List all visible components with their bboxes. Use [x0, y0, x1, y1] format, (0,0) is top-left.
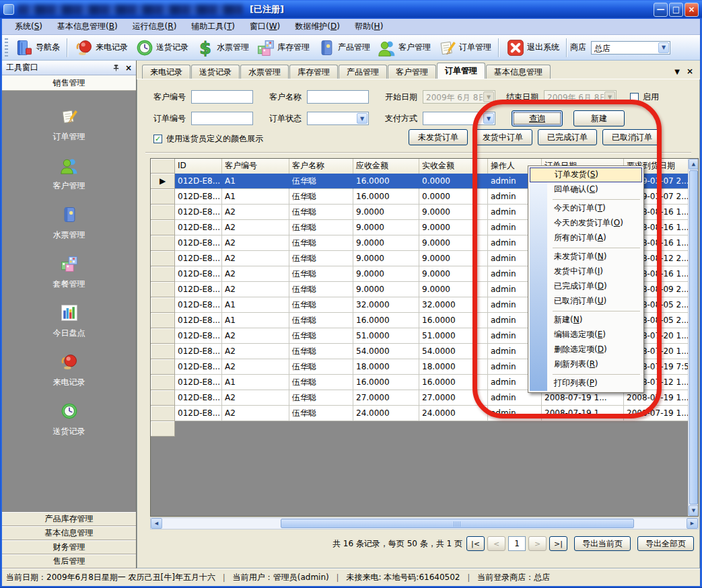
- context-menu-item-3[interactable]: 今天的订单(T): [530, 201, 642, 216]
- order-no-input[interactable]: [191, 112, 253, 125]
- order-status-filter-button-2[interactable]: 已完成订单: [538, 129, 597, 145]
- row-selector-cell[interactable]: [151, 235, 175, 251]
- chevron-down-icon[interactable]: ▼: [483, 113, 494, 124]
- context-menu-item-14[interactable]: 删除选定项(D): [530, 342, 642, 357]
- sidebar-group-3[interactable]: 售后管理: [2, 554, 136, 568]
- row-selector-cell[interactable]: [151, 328, 175, 344]
- table-row[interactable]: 012D-E8...A2伍华聪24.000024.0000admin2008-0…: [151, 406, 698, 421]
- tab-6[interactable]: 订单管理: [437, 63, 485, 79]
- sidebar-item-0[interactable]: 订单管理: [53, 105, 85, 143]
- horizontal-scrollbar[interactable]: ◀ ▶: [150, 517, 699, 529]
- grid-column-header-0[interactable]: [151, 159, 175, 174]
- shop-combobox[interactable]: 总店 ▼: [591, 41, 670, 54]
- row-selector-cell[interactable]: ▶: [151, 174, 175, 189]
- sidebar-item-2[interactable]: 水票管理: [53, 203, 85, 241]
- tab-4[interactable]: 产品管理: [339, 65, 387, 79]
- toolbar-button-4[interactable]: $水票管理: [192, 36, 252, 59]
- tab-2[interactable]: 水票管理: [240, 65, 289, 79]
- horizontal-scrollbar-thumb[interactable]: [281, 519, 634, 528]
- menubar-item-6[interactable]: 帮助(H): [347, 19, 390, 34]
- color-display-checkbox[interactable]: ✓: [153, 135, 162, 143]
- context-menu-item-1[interactable]: 回单确认(C): [530, 182, 642, 197]
- pay-method-combobox[interactable]: ▼: [423, 112, 495, 125]
- tab-0[interactable]: 来电记录: [142, 65, 190, 79]
- menubar-item-0[interactable]: 系统(S): [7, 19, 50, 34]
- context-menu-item-12[interactable]: 新建(N): [530, 313, 642, 328]
- menubar-item-1[interactable]: 基本信息管理(B): [50, 19, 125, 34]
- row-selector-cell[interactable]: [151, 251, 175, 266]
- scroll-down-icon[interactable]: ▼: [689, 505, 699, 516]
- minimize-button[interactable]: —: [654, 3, 668, 17]
- customer-no-input[interactable]: [191, 90, 253, 104]
- tab-7[interactable]: 基本信息管理: [486, 65, 551, 79]
- scroll-left-icon[interactable]: ◀: [151, 518, 162, 529]
- row-selector-cell[interactable]: [151, 375, 175, 390]
- sidebar-active-group-header[interactable]: 销售管理: [2, 75, 136, 91]
- sidebar-group-0[interactable]: 产品库存管理: [2, 512, 136, 526]
- toolbar-button-10[interactable]: 退出系统: [502, 36, 563, 59]
- toolbar-button-3[interactable]: 送货记录: [131, 36, 192, 59]
- row-selector-cell[interactable]: [151, 297, 175, 313]
- customer-name-input[interactable]: [307, 90, 369, 104]
- pager-page-input[interactable]: 1: [508, 536, 526, 551]
- sidebar-item-6[interactable]: 送货记录: [53, 400, 85, 437]
- order-status-filter-button-1[interactable]: 发货中订单: [473, 129, 532, 145]
- row-selector-cell[interactable]: [151, 205, 175, 220]
- tab-list-dropdown-icon[interactable]: ▼: [674, 68, 680, 75]
- sidebar-group-2[interactable]: 财务管理: [2, 540, 136, 554]
- toolbar-button-5[interactable]: 库存管理: [252, 36, 313, 59]
- context-menu-item-15[interactable]: 刷新列表(R): [530, 357, 642, 372]
- context-menu-item-5[interactable]: 所有的订单(A): [530, 231, 642, 246]
- grid-column-header-1[interactable]: ID: [175, 159, 222, 174]
- menubar-item-4[interactable]: 窗口(W): [242, 19, 287, 34]
- scroll-up-icon[interactable]: ▲: [689, 159, 699, 170]
- chevron-down-icon[interactable]: ▼: [357, 113, 367, 124]
- sidebar-item-3[interactable]: 套餐管理: [53, 252, 85, 290]
- row-selector-cell[interactable]: [151, 266, 175, 282]
- new-button[interactable]: 新建: [573, 110, 625, 126]
- close-tab-icon[interactable]: ×: [687, 67, 693, 76]
- order-status-filter-button-0[interactable]: 未发货订单: [409, 129, 468, 145]
- row-selector-cell[interactable]: [151, 189, 175, 205]
- grid-column-header-5[interactable]: 实收金额: [419, 159, 488, 174]
- context-menu-item-9[interactable]: 已完成订单(D): [530, 279, 642, 294]
- vertical-scrollbar[interactable]: ▲ ▼: [688, 159, 698, 516]
- sidebar-item-4[interactable]: 今日盘点: [53, 301, 85, 339]
- menubar-item-5[interactable]: 数据维护(D): [287, 19, 347, 34]
- pager-last-button[interactable]: >|: [549, 536, 567, 551]
- query-button[interactable]: 查询: [512, 110, 563, 126]
- menubar-item-2[interactable]: 运行信息(R): [125, 19, 184, 34]
- tab-5[interactable]: 客户管理: [388, 65, 436, 79]
- row-selector-cell[interactable]: [151, 390, 175, 406]
- context-menu-item-17[interactable]: 打印列表(P): [530, 376, 642, 391]
- grid-column-header-4[interactable]: 应收金额: [353, 159, 419, 174]
- grid-column-header-2[interactable]: 客户编号: [222, 159, 289, 174]
- tab-3[interactable]: 库存管理: [289, 65, 338, 79]
- toolbar-button-0[interactable]: 导航条: [11, 36, 63, 59]
- sidebar-item-5[interactable]: 来电记录: [53, 351, 85, 388]
- context-menu-item-0[interactable]: 订单发货(S): [530, 168, 642, 182]
- context-menu-item-4[interactable]: 今天的发货订单(O): [530, 216, 642, 231]
- context-menu-item-7[interactable]: 未发货订单(N): [530, 250, 642, 264]
- tab-1[interactable]: 送货记录: [191, 65, 240, 79]
- scroll-right-icon[interactable]: ▶: [687, 518, 698, 529]
- sidebar-group-1[interactable]: 基本信息管理: [2, 526, 136, 540]
- close-sidebar-icon[interactable]: ×: [125, 63, 132, 73]
- order-status-combobox[interactable]: ▼: [307, 112, 369, 125]
- context-menu-item-8[interactable]: 发货中订单(I): [530, 264, 642, 279]
- pager-next-button[interactable]: >: [528, 536, 547, 551]
- maximize-button[interactable]: □: [669, 3, 683, 17]
- toolbar-button-8[interactable]: 订单管理: [434, 36, 495, 59]
- close-button[interactable]: ×: [685, 3, 699, 17]
- chevron-down-icon[interactable]: ▼: [658, 42, 669, 53]
- toolbar-button-7[interactable]: 客户管理: [374, 36, 434, 59]
- row-selector-cell[interactable]: [151, 282, 175, 297]
- export-all-pages-button[interactable]: 导出全部页: [637, 536, 694, 551]
- menubar-item-3[interactable]: 辅助工具(T): [184, 19, 242, 34]
- context-menu-item-13[interactable]: 编辑选定项(E): [530, 328, 642, 342]
- vertical-scrollbar-thumb[interactable]: [689, 170, 698, 505]
- context-menu-item-10[interactable]: 已取消订单(U): [530, 294, 642, 309]
- sidebar-item-1[interactable]: 客户管理: [53, 154, 85, 192]
- row-selector-cell[interactable]: [151, 406, 175, 421]
- pager-first-button[interactable]: |<: [466, 536, 485, 551]
